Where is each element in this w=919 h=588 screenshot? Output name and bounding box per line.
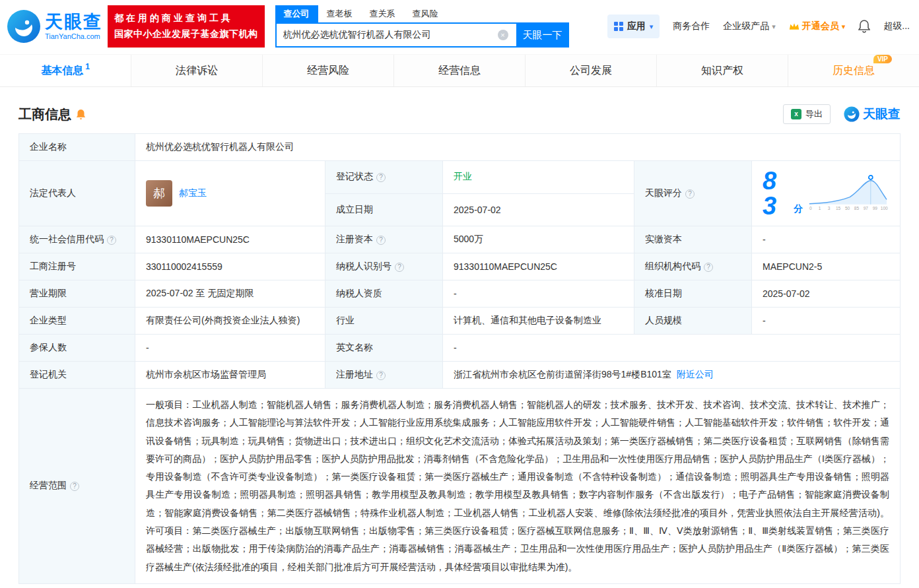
help-icon[interactable]: ? [395,263,404,272]
subscribe-bell-icon[interactable] [76,109,86,120]
super-menu[interactable]: 超级... [883,20,910,32]
field-label-credit-code: 统一社会信用代码? [19,226,135,253]
field-value-reg-capital: 5000万 [443,226,634,253]
field-label-insured-count: 参保人数 [19,335,135,362]
business-cooperation-link[interactable]: 商务合作 [673,20,710,32]
svg-text:97: 97 [864,206,869,211]
svg-text:99: 99 [873,206,878,211]
chevron-down-icon: ▾ [842,22,846,31]
search-input[interactable] [275,22,516,48]
svg-text:85: 85 [854,206,860,211]
field-label-reg-capital: 注册资本? [325,226,443,253]
field-value-reg-status: 开业 [443,161,634,194]
tianyancha-logo[interactable]: 天眼查 TianYanCha.com [7,9,102,44]
tianyancha-logo-icon [7,9,41,44]
field-value-taxpayer-id: 91330110MAEPCUN25C [443,253,634,280]
svg-text:50: 50 [845,206,850,211]
field-label-business-term: 营业期限 [19,280,135,308]
field-label-reg-authority: 登记机关 [19,362,135,389]
field-value-taxpayer-quality: - [443,280,634,308]
field-value-credit-code: 91330110MAEPCUN25C [135,226,325,253]
excel-icon: x [791,109,801,119]
help-icon[interactable]: ? [376,236,386,245]
notification-bell-icon[interactable] [858,20,870,33]
tab-count-badge: 1 [85,62,90,71]
nearby-companies-link[interactable]: 附近公司 [677,369,714,379]
field-value-org-code: MAEPCUN2-5 [752,253,901,280]
table-row: 参保人数 - 英文名称 - [19,335,901,362]
search-tabs: 查公司 查老板 查关系 查风险 [275,5,569,22]
field-label-staff-size: 人员规模 [634,308,752,335]
table-row: 企业类型 有限责任公司(外商投资企业法人独资) 行业 计算机、通信和其他电子设备… [19,308,901,335]
tab-legal-proceedings[interactable]: 法律诉讼 [131,55,262,86]
field-value-business-scope: 一般项目：工业机器人制造；智能机器人销售；服务消费机器人制造；服务消费机器人销售… [135,389,901,584]
apps-label: 应用 [627,20,646,32]
tab-history-info[interactable]: 历史信息 VIP [788,55,919,86]
svg-text:1: 1 [819,206,821,211]
svg-text:15: 15 [836,206,841,211]
export-button[interactable]: x 导出 [783,104,831,124]
score-distribution-chart: 0 1 3 15 50 85 97 99 100 [808,174,889,213]
field-label-establish-date: 成立日期 [325,193,443,226]
field-value-address: 浙江省杭州市余杭区仓前街道留泽街98号1#楼B101室 附近公司 [443,362,901,389]
clear-search-icon[interactable]: × [498,30,508,40]
score-value: 83 [763,168,788,218]
tab-operation-risk[interactable]: 经营风险 [262,55,393,86]
section-title: 工商信息 [18,106,86,123]
search-tab-boss[interactable]: 查老板 [318,5,361,22]
score-unit: 分 [794,203,803,215]
field-value-insured-count: - [135,335,325,362]
chevron-down-icon: ▾ [650,22,654,31]
field-label-english-name: 英文名称 [325,335,443,362]
field-label-company-type: 企业类型 [19,308,135,335]
search-tab-company[interactable]: 查公司 [275,5,318,22]
field-label-tyc-score: 天眼评分? [634,161,752,226]
legal-rep-avatar[interactable]: 郝 [146,180,172,207]
open-vip-menu[interactable]: 开通会员 ▾ [789,20,846,32]
field-value-establish-date: 2025-07-02 [443,193,634,226]
field-label-taxpayer-quality: 纳税人资质 [325,280,443,308]
help-icon[interactable]: ? [376,371,386,380]
field-label-industry: 行业 [325,308,443,335]
help-icon[interactable]: ? [70,482,79,491]
table-row: 登记机关 杭州市余杭区市场监督管理局 注册地址? 浙江省杭州市余杭区仓前街道留泽… [19,362,901,389]
field-label-business-scope: 经营范围? [19,389,135,584]
logo-title: 天眼查 [45,13,102,32]
table-row: 企业名称 杭州优必选杭优智行机器人有限公司 [19,134,901,161]
search-bar: × 天眼一下 [275,22,569,48]
vip-badge: VIP [873,55,892,63]
slogan-line1: 都在用的商业查询工具 [114,11,258,26]
tab-company-development[interactable]: 公司发展 [525,55,656,86]
search-button[interactable]: 天眼一下 [516,22,569,48]
help-icon[interactable]: ? [376,173,386,182]
svg-text:0: 0 [809,206,812,211]
logo-subtitle: TianYanCha.com [45,32,102,40]
legal-rep-link[interactable]: 郝宝玉 [179,187,207,199]
company-nav-tabs: 基本信息 1 法律诉讼 经营风险 经营信息 公司发展 知识产权 历史信息 VIP [0,54,919,87]
field-value-english-name: - [443,335,901,362]
field-label-company-name: 企业名称 [19,134,135,161]
search-tab-relation[interactable]: 查关系 [361,5,404,22]
field-value-company-type: 有限责任公司(外商投资企业法人独资) [135,308,325,335]
apps-menu[interactable]: 应用 ▾ [607,15,660,38]
help-icon[interactable]: ? [107,236,116,245]
score-axis-labels: 0 1 3 15 50 85 97 99 100 [809,206,888,211]
score-marker-pin [869,176,873,180]
search-tab-risk[interactable]: 查风险 [404,5,447,22]
tab-operation-info[interactable]: 经营信息 [393,55,525,86]
tab-basic-info[interactable]: 基本信息 1 [0,55,131,86]
status-badge: 开业 [454,171,472,181]
field-value-reg-authority: 杭州市余杭区市场监督管理局 [135,362,325,389]
field-label-paid-capital: 实缴资本 [634,226,752,253]
enterprise-products-menu[interactable]: 企业级产品 ▾ [723,20,776,32]
tab-intellectual-property[interactable]: 知识产权 [656,55,788,86]
search-area: 查公司 查老板 查关系 查风险 × 天眼一下 [275,5,569,48]
field-label-taxpayer-id: 纳税人识别号? [325,253,443,280]
help-icon[interactable]: ? [685,189,695,199]
field-label-reg-number: 工商注册号 [19,253,135,280]
field-label-legal-rep: 法定代表人 [19,161,135,226]
help-icon[interactable]: ? [704,263,713,272]
section-header: 工商信息 x 导出 天眼查 [18,104,901,124]
table-row: 经营范围? 一般项目：工业机器人制造；智能机器人销售；服务消费机器人制造；服务消… [19,389,901,584]
field-value-company-name: 杭州优必选杭优智行机器人有限公司 [135,134,901,161]
